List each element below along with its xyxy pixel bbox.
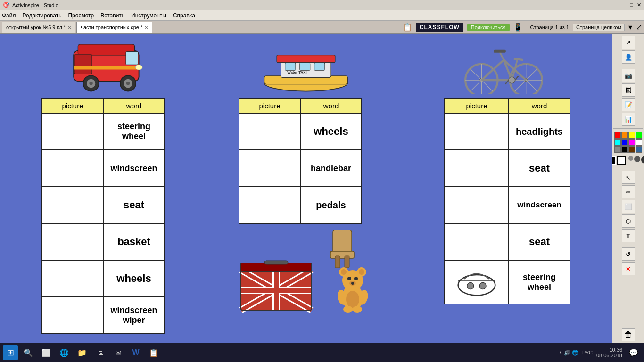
bike-svg — [453, 38, 554, 94]
taskbar-edge[interactable]: 🌐 — [57, 345, 72, 360]
menu-insert[interactable]: Вставить — [100, 12, 124, 19]
bg-color[interactable] — [617, 156, 626, 165]
taskbar-word[interactable]: W — [128, 345, 143, 360]
tab-lesson5[interactable]: открытый урок №5 9 кл * ✕ — [2, 22, 75, 33]
water-taxi-image: Water TAXI — [254, 38, 358, 94]
color-navy[interactable] — [636, 146, 642, 153]
color-red[interactable] — [614, 132, 621, 139]
tab-lesson5-close[interactable]: ✕ — [67, 25, 71, 30]
page-whole-button[interactable]: Страница целиком — [573, 24, 625, 31]
taskbar-explorer[interactable]: 📁 — [74, 345, 90, 360]
toolbar-cursor-btn[interactable]: ↖ — [622, 171, 635, 184]
menu-edit[interactable]: Редактировать — [23, 12, 62, 19]
dot-small — [628, 156, 633, 161]
toolbar-btn-share[interactable]: ↗ — [622, 36, 635, 49]
tablet-icon: 📱 — [513, 23, 523, 32]
color-orange[interactable] — [621, 132, 628, 139]
color-white[interactable] — [636, 139, 642, 146]
table-row: headlights — [445, 113, 570, 150]
taskbar-lang: РУС — [582, 350, 593, 355]
svg-point-40 — [509, 77, 515, 83]
color-blue[interactable] — [621, 139, 628, 146]
svg-point-63 — [341, 269, 347, 275]
color-magenta[interactable] — [628, 139, 635, 146]
table3-word-1: headlights — [509, 113, 570, 150]
tab-lesson5-label: открытый урок №5 9 кл * — [6, 25, 66, 30]
toolbar-pen-btn[interactable]: ✏ — [622, 185, 635, 198]
toolbar-delete-btn[interactable]: ✕ — [622, 262, 635, 275]
table-row: windscreen — [42, 150, 165, 187]
table3-pic-5 — [445, 260, 509, 304]
maximize-button[interactable]: □ — [630, 2, 633, 8]
floating-items-area — [239, 228, 371, 313]
taskbar-notification[interactable]: 💬 — [626, 345, 641, 360]
taskbar-search[interactable]: 🔍 — [21, 345, 36, 360]
svg-rect-2 — [126, 52, 138, 65]
taskbar-store[interactable]: 🛍 — [92, 345, 107, 360]
table-row: basket — [42, 223, 165, 260]
taskbar-app6[interactable]: 📋 — [146, 345, 161, 360]
toolbar-shape-btn[interactable]: ⬡ — [622, 214, 635, 228]
svg-rect-17 — [314, 63, 325, 70]
british-box-image — [239, 256, 314, 313]
svg-line-39 — [514, 59, 523, 60]
toolbar-refresh-btn[interactable]: ↺ — [622, 247, 635, 261]
table3-word-5: steeringwheel — [509, 260, 570, 304]
content: Water TAXI — [0, 34, 612, 343]
color-green[interactable] — [636, 132, 642, 139]
toolbar-btn-user[interactable]: 👤 — [622, 50, 635, 64]
tab-transport-label: части транспортных сре * — [81, 25, 142, 30]
table1-pic-5 — [42, 260, 103, 297]
toolbar-text-btn[interactable]: T — [622, 229, 635, 242]
connect-button[interactable]: Подключиться — [467, 24, 510, 31]
svg-rect-3 — [74, 54, 92, 74]
close-button[interactable]: ✕ — [637, 2, 641, 8]
table3-pic-4 — [445, 223, 509, 260]
table-row: seat — [445, 223, 570, 260]
table-row: steeringwheel — [42, 113, 165, 150]
color-black[interactable] — [621, 146, 628, 153]
table-bicycle: picture word headlights seat — [444, 98, 570, 304]
toolbar-eraser-btn[interactable]: ⬜ — [622, 200, 635, 213]
classflow-logo: CLASSFLOW — [416, 23, 463, 32]
taskbar-mail[interactable]: ✉ — [110, 345, 125, 360]
color-cyan[interactable] — [614, 139, 621, 146]
fg-color[interactable] — [612, 156, 616, 165]
start-button[interactable]: ⊞ — [3, 345, 18, 360]
toolbar-divider-2 — [613, 128, 643, 129]
color-yellow[interactable] — [628, 132, 635, 139]
table1-word-3: seat — [103, 187, 165, 223]
svg-rect-37 — [494, 50, 506, 53]
page-info: Страница 1 из 1 — [530, 25, 569, 30]
toolbar-btn-4[interactable]: 📊 — [622, 113, 635, 126]
svg-point-74 — [353, 306, 362, 313]
svg-rect-4 — [74, 66, 139, 69]
table-row: seat — [445, 150, 570, 187]
menu-file[interactable]: Файл — [2, 12, 16, 19]
menu-help[interactable]: Справка — [173, 12, 195, 19]
toolbar-trash-btn[interactable]: 🗑 — [622, 328, 635, 341]
menu-view[interactable]: Просмотр — [68, 12, 94, 19]
table1-pic-3 — [42, 187, 103, 223]
title-bar-controls[interactable]: ─ □ ✕ — [623, 2, 641, 8]
tab-transport-close[interactable]: ✕ — [144, 25, 148, 30]
svg-point-77 — [479, 283, 486, 289]
menu-tools[interactable]: Инструменты — [131, 12, 166, 19]
box-svg — [239, 256, 314, 313]
dropdown-icon[interactable]: ▾ — [628, 23, 632, 32]
minimize-button[interactable]: ─ — [623, 2, 627, 8]
color-palette — [614, 132, 642, 153]
tables-row: picture word steeringwheel windscreen — [9, 98, 603, 334]
toolbar-btn-1[interactable]: 📷 — [622, 69, 635, 82]
color-brown[interactable] — [628, 146, 635, 153]
tab-list-icon[interactable]: 📋 — [403, 23, 412, 32]
taskbar-taskview[interactable]: ⬜ — [39, 345, 54, 360]
expand-icon[interactable]: ⤢ — [636, 23, 642, 32]
canvas-area: Water TAXI — [0, 34, 612, 343]
table1-word-header: word — [103, 99, 165, 113]
toolbar-btn-2[interactable]: 🖼 — [622, 83, 635, 97]
table3-word-header: word — [509, 99, 570, 113]
color-gray[interactable] — [614, 146, 621, 153]
toolbar-btn-3[interactable]: 📝 — [622, 98, 635, 111]
tab-transport[interactable]: части транспортных сре * ✕ — [76, 22, 152, 33]
